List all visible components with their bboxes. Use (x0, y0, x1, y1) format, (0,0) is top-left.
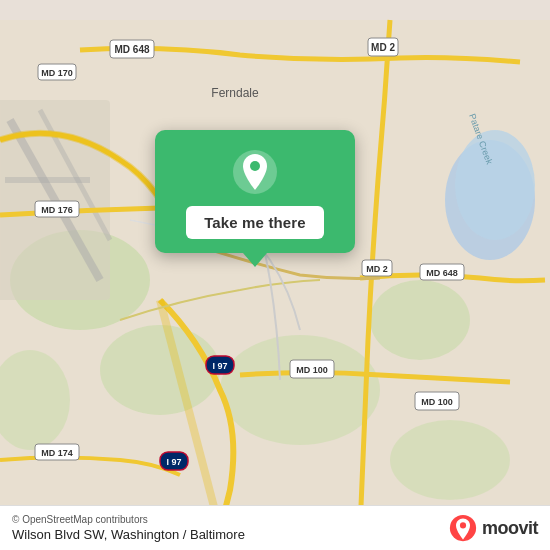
svg-point-7 (390, 420, 510, 500)
svg-text:MD 2: MD 2 (366, 264, 388, 274)
svg-text:MD 174: MD 174 (41, 448, 73, 458)
svg-text:Ferndale: Ferndale (211, 86, 259, 100)
svg-text:MD 648: MD 648 (426, 268, 458, 278)
popup-card: Take me there (155, 130, 355, 253)
map-pin-icon (231, 148, 279, 196)
moovit-brand-text: moovit (482, 518, 538, 539)
map-svg: MD 648 MD 2 MD 170 Ferndale MD 176 MD 64… (0, 0, 550, 550)
svg-point-3 (220, 335, 380, 445)
location-text: Wilson Blvd SW, Washington / Baltimore (12, 527, 245, 542)
svg-text:MD 648: MD 648 (114, 44, 149, 55)
svg-text:I 97: I 97 (212, 361, 227, 371)
svg-point-41 (460, 522, 466, 528)
svg-point-4 (370, 280, 470, 360)
svg-text:MD 170: MD 170 (41, 68, 73, 78)
svg-text:MD 176: MD 176 (41, 205, 73, 215)
svg-text:MD 2: MD 2 (371, 42, 395, 53)
moovit-icon (449, 514, 477, 542)
svg-text:MD 100: MD 100 (421, 397, 453, 407)
svg-text:I 97: I 97 (166, 457, 181, 467)
bottom-bar: © OpenStreetMap contributors Wilson Blvd… (0, 505, 550, 550)
moovit-logo: moovit (449, 514, 538, 542)
attribution-text: © OpenStreetMap contributors (12, 514, 245, 525)
take-me-there-button[interactable]: Take me there (186, 206, 324, 239)
map-container: MD 648 MD 2 MD 170 Ferndale MD 176 MD 64… (0, 0, 550, 550)
svg-point-2 (100, 325, 220, 415)
svg-point-12 (455, 130, 535, 240)
bottom-left: © OpenStreetMap contributors Wilson Blvd… (12, 514, 245, 542)
svg-point-39 (250, 161, 260, 171)
svg-text:MD 100: MD 100 (296, 365, 328, 375)
